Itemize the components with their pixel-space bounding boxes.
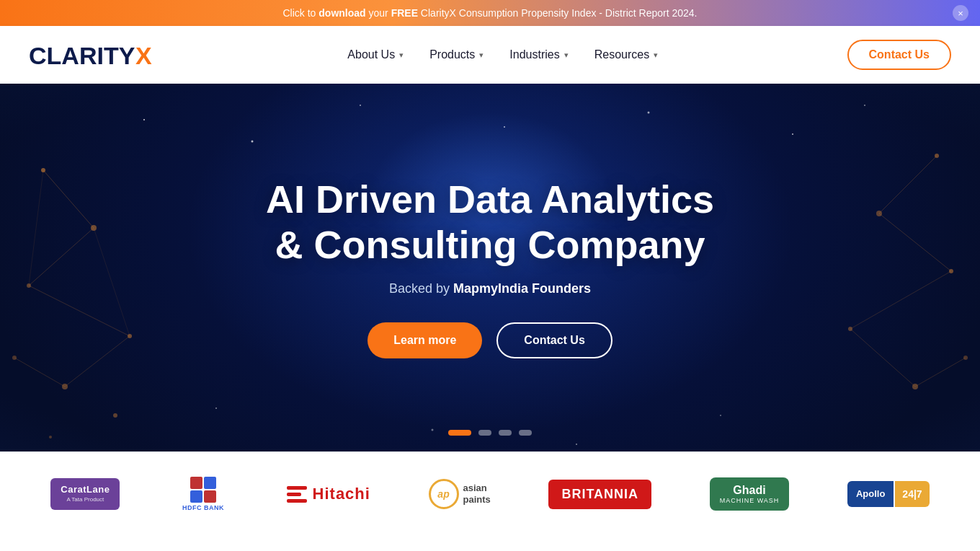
logo-britannia: BRITANNIA (548, 472, 651, 516)
nav-item-industries[interactable]: Industries ▾ (499, 43, 578, 67)
svg-point-35 (215, 407, 217, 409)
svg-point-32 (648, 112, 650, 114)
svg-text:X: X (135, 42, 152, 69)
svg-point-28 (143, 119, 145, 120)
banner-close-button[interactable]: × (953, 5, 968, 21)
nav-label-products: Products (429, 48, 475, 61)
hero-contact-button[interactable]: Contact Us (496, 322, 612, 358)
chevron-down-icon-products: ▾ (479, 50, 484, 60)
nav-item-products[interactable]: Products ▾ (419, 43, 494, 67)
svg-point-33 (792, 133, 793, 135)
asianpaints-label: asianpaints (463, 482, 491, 505)
asianpaints-circle-icon: ap (429, 479, 459, 509)
hero-title: AI Driven Data Analytics & Consulting Co… (266, 177, 714, 266)
hitachi-label: Hitachi (313, 485, 370, 503)
navbar-contact-button[interactable]: Contact Us (847, 40, 951, 70)
hero-content: AI Driven Data Analytics & Consulting Co… (251, 177, 729, 358)
nav-link-resources[interactable]: Resources ▾ (584, 43, 668, 67)
hitachi-lines-icon (287, 486, 307, 503)
svg-point-30 (360, 105, 361, 106)
hdfc-grid-icon (190, 477, 216, 503)
chevron-down-icon: ▾ (399, 50, 404, 60)
svg-text:CLARITY: CLARITY (29, 42, 135, 69)
svg-point-37 (576, 444, 577, 445)
caratlane-sub: A Tata Product (61, 496, 110, 503)
apollo-right-label: 24|7 (895, 481, 929, 508)
logo-hdfc: HDFC BANK (178, 472, 228, 516)
hero-subtitle: Backed by MapmyIndia Founders (266, 281, 714, 296)
svg-point-36 (432, 429, 434, 431)
svg-line-24 (879, 213, 951, 271)
svg-line-14 (14, 358, 65, 387)
svg-line-13 (65, 336, 130, 387)
svg-line-12 (29, 286, 130, 336)
carousel-dot-4[interactable] (519, 430, 532, 436)
nav-item-resources[interactable]: Resources ▾ (584, 43, 668, 67)
nav-label-resources: Resources (594, 48, 649, 61)
nav-link-about[interactable]: About Us ▾ (337, 43, 414, 67)
svg-point-38 (720, 415, 721, 416)
ghadi-name: Ghadi (733, 483, 765, 497)
svg-line-16 (94, 228, 130, 336)
hero-subtitle-bold: MapmyIndia Founders (453, 281, 591, 296)
carousel-dot-1[interactable] (448, 430, 471, 436)
svg-line-11 (29, 228, 94, 286)
logo-asianpaints: ap asianpaints (429, 472, 491, 516)
carousel-dot-2[interactable] (478, 430, 491, 436)
svg-line-15 (29, 170, 43, 286)
hero-title-line1: AI Driven Data Analytics (266, 177, 714, 221)
svg-point-29 (251, 141, 254, 143)
banner-bold-download: download (318, 7, 365, 19)
svg-point-9 (49, 436, 52, 438)
logo-svg: CLARITY X (29, 37, 159, 73)
svg-line-25 (850, 271, 951, 329)
nav-label-industries: Industries (509, 48, 559, 61)
navbar: CLARITY X About Us ▾ Products ▾ Industri… (0, 26, 980, 84)
logo[interactable]: CLARITY X (29, 37, 159, 73)
svg-line-26 (850, 329, 915, 387)
svg-point-8 (113, 413, 117, 418)
logos-strip: CaratLane A Tata Product HDFC BANK Hitac… (0, 451, 980, 536)
apollo-left-label: Apollo (847, 481, 894, 507)
carousel-dots (448, 430, 532, 436)
banner-text: Click to download your FREE ClarityX Con… (283, 7, 698, 19)
svg-point-34 (864, 105, 865, 106)
svg-line-10 (43, 170, 94, 228)
chevron-down-icon-industries: ▾ (564, 50, 569, 60)
britannia-label: BRITANNIA (548, 480, 651, 509)
hero-section: AI Driven Data Analytics & Consulting Co… (0, 84, 980, 451)
hero-buttons: Learn more Contact Us (266, 322, 714, 358)
svg-line-23 (879, 156, 937, 213)
logo-ghadi: Ghadi Machine Wash (710, 472, 790, 516)
logo-apollo247: Apollo 24|7 (847, 472, 930, 516)
svg-line-27 (915, 358, 966, 387)
nav-label-about: About Us (347, 48, 395, 61)
hero-subtitle-prefix: Backed by (389, 281, 453, 296)
carousel-dot-3[interactable] (499, 430, 512, 436)
nav-link-products[interactable]: Products ▾ (419, 43, 494, 67)
hero-title-line2: & Consulting Company (275, 223, 705, 266)
ghadi-sub: Machine Wash (720, 497, 780, 505)
nav-link-industries[interactable]: Industries ▾ (499, 43, 578, 67)
learn-more-button[interactable]: Learn more (368, 322, 482, 358)
nav-item-about[interactable]: About Us ▾ (337, 43, 414, 67)
top-banner: Click to download your FREE ClarityX Con… (0, 0, 980, 26)
chevron-down-icon-resources: ▾ (654, 50, 658, 60)
nav-links: About Us ▾ Products ▾ Industries ▾ Resou… (337, 43, 668, 67)
hdfc-bank-label: HDFC BANK (182, 504, 224, 511)
banner-bold-free: FREE (391, 7, 418, 19)
caratlane-name: CaratLane (61, 484, 110, 496)
logo-caratlane: CaratLane A Tata Product (50, 472, 120, 516)
logo-hitachi: Hitachi (287, 472, 370, 516)
